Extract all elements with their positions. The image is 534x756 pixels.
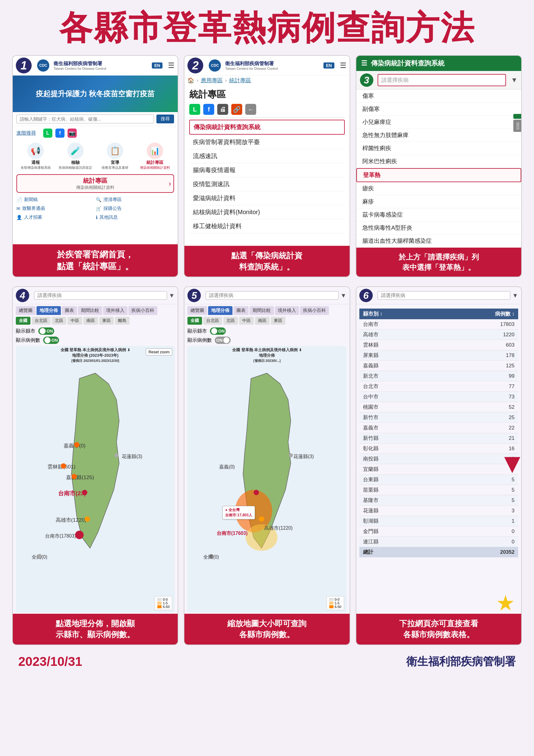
p4-tab-geo[interactable]: 地理分佈	[37, 306, 61, 315]
menu-icon-3[interactable]: ☰	[361, 59, 367, 67]
hamburger-icon-1[interactable]: ☰	[168, 61, 175, 70]
p4-search-input[interactable]	[34, 291, 167, 300]
p1-advance-search[interactable]: 進階搜尋	[16, 130, 36, 136]
p1-icon-notify[interactable]: 📢 通報 各類傳染病通報系統	[16, 143, 55, 170]
p2-fb-btn[interactable]: f	[203, 104, 214, 115]
p5-tab-period[interactable]: 期間比較	[249, 306, 274, 315]
p4-tab-wiki[interactable]: 疾病小百科	[128, 306, 157, 315]
filter-icon-6[interactable]: ▼	[512, 292, 518, 299]
p6-data-table: 縣市別 ↕ 病例數 ↕ 台南市17803高雄市1220雲林縣603屏東縣178嘉…	[359, 309, 518, 557]
p3-side-tab-id[interactable]: 2023年	[513, 120, 521, 132]
p5-region-central[interactable]: 中區	[239, 317, 254, 325]
p4-tab-overview[interactable]: 總覽圖	[16, 306, 36, 315]
p3-disease-5[interactable]: 阿米巴性痢疾	[356, 155, 521, 168]
table-cell-count: 21	[439, 433, 518, 444]
p2-line-btn[interactable]: L	[189, 104, 200, 115]
p1-news-clarify[interactable]: 🔍 澄清專區	[96, 196, 174, 203]
hamburger-icon-2[interactable]: ☰	[340, 61, 346, 70]
p4-region-central[interactable]: 中區	[67, 317, 82, 325]
p3-disease-7[interactable]: 瘧疾	[356, 182, 521, 195]
p5-tab-chart[interactable]: 圖表	[233, 306, 249, 315]
p1-icon-stats[interactable]: 📊 統計專區 傳染病相關統計資料	[136, 143, 174, 170]
p1-stats-box[interactable]: 統計專區 傳染病相關統計資料 ›	[16, 174, 174, 193]
p3-disease-2[interactable]: 小兒麻痺症	[356, 116, 521, 129]
p5-toggle-city-switch[interactable]: ON	[210, 327, 226, 335]
p1-news-recruit[interactable]: 👤 人才招募	[16, 213, 95, 221]
filter-icon-5[interactable]: ▼	[341, 292, 346, 299]
p5-region-north[interactable]: 北區	[223, 317, 238, 325]
p2-menu-item-5[interactable]: 愛滋病統計資料	[189, 191, 344, 205]
p5-search-input[interactable]	[206, 291, 339, 300]
p2-menu-item-6[interactable]: 結核病統計資料(Monitor)	[189, 205, 344, 219]
p1-icon-promote[interactable]: 📋 宣導 衛教宣導品及素材	[96, 143, 135, 170]
p4-region-north[interactable]: 北區	[52, 317, 66, 325]
table-cell-city: 南投縣	[359, 454, 439, 464]
p2-menu-item-0[interactable]: 傳染病統計資料查詢系統	[189, 120, 344, 135]
p4-region-all[interactable]: 全國	[16, 317, 30, 325]
p3-disease-dengue[interactable]: 登革熱	[356, 168, 521, 182]
p3-disease-8[interactable]: 麻疹	[356, 195, 521, 208]
p2-menu-item-3[interactable]: 腸病毒疫情週報	[189, 163, 344, 177]
p3-container: 傷寒 副傷寒 小兒麻痺症 急性無力肢體麻痺 桿菌性痢疾 阿米巴性痢疾 登革熱 瘧…	[356, 90, 521, 248]
p4-tab-foreign[interactable]: 境外移入	[103, 306, 127, 315]
p5-region-taipei[interactable]: 台北區	[203, 317, 222, 325]
p5-region-east[interactable]: 東區	[271, 317, 285, 325]
p4-region-south[interactable]: 南區	[83, 317, 98, 325]
instagram-icon[interactable]: 📷	[67, 128, 77, 138]
p5-tab-wiki[interactable]: 疾病小百科	[300, 306, 329, 315]
p6-search-input[interactable]	[378, 291, 511, 300]
p4-region-east[interactable]: 東區	[99, 317, 114, 325]
table-row: 屏東縣178	[359, 350, 518, 361]
p4-tab-chart[interactable]: 圖表	[62, 306, 77, 315]
p2-menu-item-7[interactable]: 移工健檢統計資料	[189, 219, 344, 233]
p2-bc-stats[interactable]: 統計專區	[229, 77, 251, 84]
p1-news-press[interactable]: 📄 新聞稿	[16, 196, 95, 203]
p1-news-purchase[interactable]: 🛒 採購公告	[96, 205, 174, 212]
p3-select-input[interactable]: 請選擇疾病	[378, 74, 506, 86]
p3-side-tab-register[interactable]: 登革熱	[513, 114, 521, 119]
p1-search-btn[interactable]: 搜尋	[156, 115, 174, 123]
p3-disease-10[interactable]: 急性病毒性A型肝炎	[356, 222, 521, 234]
col-count[interactable]: 病例數 ↕	[439, 309, 518, 319]
p5-region-south[interactable]: 南區	[255, 317, 269, 325]
filter-icon-4[interactable]: ▼	[169, 292, 175, 299]
p5-toggle-count-switch[interactable]: ON	[215, 337, 231, 344]
p2-link-btn[interactable]: 🔗	[231, 104, 242, 115]
p5-map-area[interactable]: 全國 登革熱 本土病例及境外移入病例 ⬇ 地理分佈 [發病日 2023/0/..…	[188, 346, 346, 612]
p2-bc-app[interactable]: 應用專區	[201, 77, 223, 84]
p1-news-other[interactable]: ℹ 其他訊息	[96, 213, 174, 221]
p5-tab-foreign[interactable]: 境外移入	[275, 306, 299, 315]
p3-disease-3[interactable]: 急性無力肢體麻痺	[356, 129, 521, 142]
p3-disease-1[interactable]: 副傷寒	[356, 103, 521, 116]
table-row: 台南市17803	[359, 319, 518, 330]
p4-region-island[interactable]: 離島	[115, 317, 130, 325]
p5-region-all[interactable]: 全國	[188, 317, 202, 325]
p3-disease-4[interactable]: 桿菌性痢疾	[356, 142, 521, 155]
p2-menu-item-2[interactable]: 流感速訊	[189, 149, 344, 163]
p2-menu-item-4[interactable]: 疫情監測速訊	[189, 177, 344, 191]
p1-icon-lab[interactable]: 🧪 檢驗 疾病病檢驗資訊與規定	[56, 143, 95, 170]
p5-tab-overview[interactable]: 總覽圖	[188, 306, 207, 315]
p2-back-btn[interactable]: ←	[245, 104, 256, 115]
cdc-en-btn-1[interactable]: EN	[152, 63, 163, 68]
home-icon[interactable]: 🏠	[188, 77, 194, 84]
p4-map-area[interactable]: 全國 登革熱 本土病例及境外移入病例 ⬇ 地理分佈 (2023年-2023年) …	[16, 346, 175, 612]
p3-disease-11[interactable]: 腸道出血性大腸桿菌感染症	[356, 234, 521, 248]
cdc-en-btn-2[interactable]: EN	[323, 63, 334, 68]
p4-reset-zoom-btn[interactable]: Reset zoom	[146, 348, 172, 356]
col-city[interactable]: 縣市別 ↕	[359, 309, 439, 319]
p4-toggle-city-switch[interactable]: ON	[38, 327, 54, 335]
p2-print-btn[interactable]: 🖨	[217, 104, 228, 115]
p2-menu-item-1[interactable]: 疾病管制署資料開放平臺	[189, 135, 344, 149]
p4-tab-period[interactable]: 期間比較	[78, 306, 102, 315]
p4-toggle-count-switch[interactable]: ON	[43, 337, 59, 344]
p5-tab-geo[interactable]: 地理分佈	[208, 306, 233, 315]
facebook-icon[interactable]: f	[55, 128, 64, 138]
line-icon[interactable]: L	[43, 128, 52, 138]
filter-icon-3[interactable]: ▼	[511, 76, 518, 84]
p1-search-input[interactable]	[16, 115, 154, 123]
p4-region-taipei[interactable]: 台北區	[32, 317, 51, 325]
p3-disease-9[interactable]: 茲卡病毒感染症	[356, 208, 521, 222]
p1-news-doctor[interactable]: ✉ 致醫界通函	[16, 205, 95, 212]
p3-disease-0[interactable]: 傷寒	[356, 90, 521, 103]
